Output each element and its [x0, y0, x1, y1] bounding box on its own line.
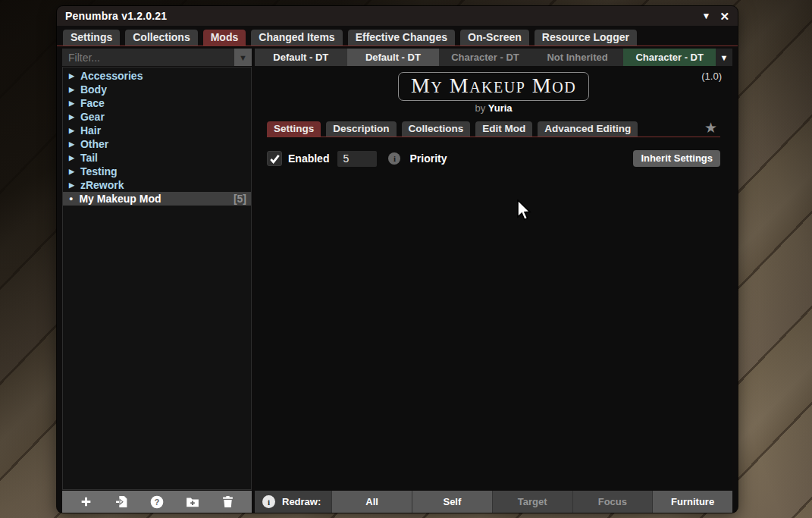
file-import-icon — [115, 495, 128, 508]
titlebar[interactable]: Penumbra v1.2.0.21 ▼ ✕ — [57, 6, 738, 26]
mod-content: (1.0) My Makeup Mod by Yuria SettingsDes… — [255, 67, 732, 490]
close-icon[interactable]: ✕ — [720, 11, 729, 22]
mod-tab-edit-mod[interactable]: Edit Mod — [475, 121, 532, 137]
collection-segment-not-inherited[interactable]: Not Inherited — [531, 49, 624, 66]
chevron-down-icon: ▼ — [720, 53, 729, 62]
delete-mod-button[interactable] — [218, 492, 238, 512]
expander-icon: ▶ — [69, 72, 74, 80]
redraw-button-furniture[interactable]: Furniture — [652, 491, 732, 513]
mod-bullet-icon: ● — [69, 195, 73, 202]
settings-row: Enabled i Priority Inherit Settings — [267, 150, 720, 167]
info-icon[interactable]: i — [388, 152, 400, 165]
folder-label: Gear — [80, 111, 105, 123]
mod-list-panel: ▼ ▶ Accessories ▶ Body — [62, 49, 252, 513]
folder-label: Accessories — [80, 70, 143, 82]
expander-icon: ▶ — [69, 154, 74, 162]
enabled-checkbox[interactable] — [267, 151, 282, 166]
help-button[interactable]: ? — [147, 492, 167, 512]
folder-other[interactable]: ▶ Other — [63, 137, 251, 151]
folder-body[interactable]: ▶ Body — [63, 83, 251, 96]
redraw-bar: i Redraw: AllSelfTargetFocusFurniture — [255, 491, 732, 513]
filter-dropdown-button[interactable]: ▼ — [234, 49, 252, 66]
expander-icon: ▶ — [69, 113, 74, 121]
collection-dropdown-button[interactable]: ▼ — [716, 49, 732, 66]
mod-title-plaque: My Makeup Mod — [398, 72, 589, 101]
mod-title: My Makeup Mod — [411, 74, 576, 98]
folder-label: Testing — [80, 165, 118, 177]
filter-row: ▼ — [62, 49, 252, 66]
redraw-label: Redraw: — [282, 496, 321, 507]
redraw-button-focus[interactable]: Focus — [572, 491, 653, 513]
folder-label: Body — [80, 83, 107, 96]
folder-tail[interactable]: ▶ Tail — [63, 151, 251, 165]
folder-label: Hair — [80, 124, 101, 137]
folder-gear[interactable]: ▶ Gear — [63, 110, 251, 124]
folder-zrework[interactable]: ▶ zRework — [63, 178, 251, 192]
expander-icon: ▶ — [69, 168, 74, 175]
new-folder-button[interactable] — [183, 492, 202, 512]
favorite-star-icon[interactable]: ★ — [704, 121, 717, 135]
redraw-button-self[interactable]: Self — [412, 491, 492, 513]
folder-label: Other — [80, 138, 108, 150]
folder-accessories[interactable]: ▶ Accessories — [63, 69, 251, 83]
folder-label: zRework — [80, 179, 124, 191]
mod-tree: ▶ Accessories ▶ Body ▶ Face — [62, 67, 252, 490]
filter-input[interactable] — [62, 49, 234, 66]
priority-input[interactable] — [337, 151, 377, 167]
mod-tab-collections[interactable]: Collections — [402, 121, 471, 137]
tab-on-screen[interactable]: On-Screen — [460, 30, 529, 46]
collection-bar: Default - DTDefault - DTCharacter - DTNo… — [255, 49, 732, 66]
expander-icon: ▶ — [69, 140, 74, 148]
mod-detail-panel: Default - DTDefault - DTCharacter - DTNo… — [255, 49, 732, 513]
collection-segment-character-dt[interactable]: Character - DT — [439, 49, 531, 66]
collection-segment-default-dt[interactable]: Default - DT — [347, 49, 440, 66]
mod-author: Yuria — [488, 102, 513, 114]
mod-item-my-makeup-mod[interactable]: ● My Makeup Mod [5] — [63, 192, 251, 206]
mod-item-label: My Makeup Mod — [79, 193, 161, 205]
mod-count-badge: [5] — [234, 193, 246, 205]
content-area: ▼ ▶ Accessories ▶ Body — [57, 46, 738, 513]
tab-changed-items[interactable]: Changed Items — [251, 30, 342, 46]
penumbra-window: Penumbra v1.2.0.21 ▼ ✕ SettingsCollectio… — [57, 6, 738, 513]
mod-tabstrip: SettingsDescriptionCollectionsEdit ModAd… — [267, 121, 720, 137]
window-title: Penumbra v1.2.0.21 — [65, 10, 693, 22]
byline-prefix: by — [475, 102, 485, 114]
collection-segment-character-dt[interactable]: Character - DT — [623, 49, 716, 66]
info-icon[interactable]: i — [262, 495, 275, 508]
plus-icon — [80, 495, 92, 508]
folder-testing[interactable]: ▶ Testing — [63, 165, 251, 178]
import-mod-button[interactable] — [111, 492, 131, 512]
tab-collections[interactable]: Collections — [125, 30, 197, 46]
mod-tab-settings[interactable]: Settings — [267, 121, 321, 137]
collection-segment-default-dt[interactable]: Default - DT — [255, 49, 347, 66]
collapse-icon[interactable]: ▼ — [702, 11, 711, 20]
svg-text:?: ? — [155, 497, 160, 506]
question-circle-icon: ? — [150, 495, 164, 509]
tab-resource-logger[interactable]: Resource Logger — [535, 30, 637, 46]
folder-hair[interactable]: ▶ Hair — [63, 124, 251, 137]
chevron-down-icon: ▼ — [239, 53, 247, 62]
folder-plus-icon — [186, 495, 199, 509]
tab-settings[interactable]: Settings — [63, 30, 120, 46]
trash-icon — [221, 495, 234, 508]
inherit-settings-button[interactable]: Inherit Settings — [633, 150, 720, 167]
tab-mods[interactable]: Mods — [203, 30, 246, 46]
mod-tab-advanced-editing[interactable]: Advanced Editing — [538, 121, 638, 137]
expander-icon: ▶ — [69, 99, 74, 107]
folder-label: Face — [80, 97, 105, 109]
mod-inner: SettingsDescriptionCollectionsEdit ModAd… — [261, 121, 726, 167]
mod-tab-description[interactable]: Description — [326, 121, 396, 137]
redraw-button-target[interactable]: Target — [492, 491, 572, 513]
tab-effective-changes[interactable]: Effective Changes — [348, 30, 455, 46]
mod-version: (1.0) — [701, 71, 722, 82]
expander-icon: ▶ — [69, 181, 74, 189]
folder-label: Tail — [80, 152, 98, 164]
add-mod-button[interactable] — [76, 492, 96, 512]
priority-label: Priority — [409, 152, 447, 165]
folder-face[interactable]: ▶ Face — [63, 96, 251, 110]
enabled-label: Enabled — [288, 152, 329, 165]
expander-icon: ▶ — [69, 127, 74, 134]
mod-list-toolbar: ? — [62, 491, 252, 513]
check-icon — [269, 153, 281, 165]
redraw-button-all[interactable]: All — [331, 491, 412, 513]
